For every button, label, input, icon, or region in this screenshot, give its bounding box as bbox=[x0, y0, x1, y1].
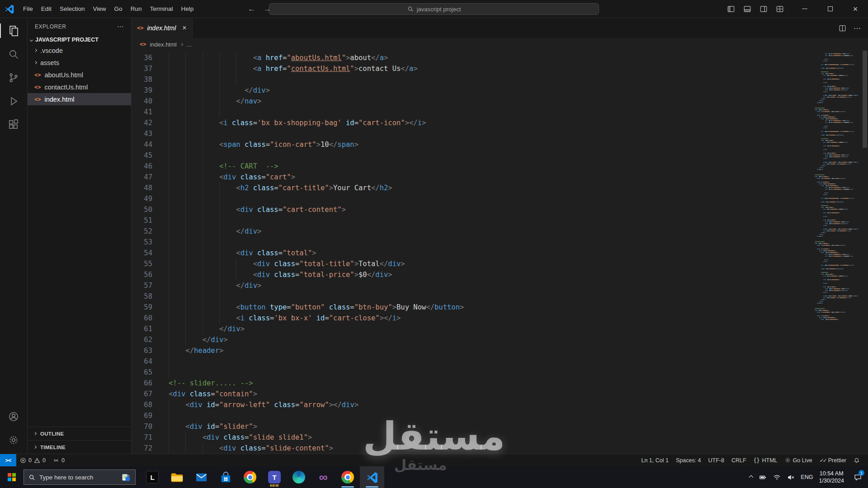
code-line[interactable]: <i class='bx bx-x' id="cart-close"></i> bbox=[169, 313, 813, 324]
more-actions-icon[interactable]: ⋯ bbox=[854, 24, 861, 33]
menu-help[interactable]: Help bbox=[177, 4, 198, 14]
app-icon-l[interactable]: L bbox=[140, 466, 165, 488]
ports-indicator[interactable]: 0 bbox=[49, 454, 68, 466]
code-line[interactable]: </header> bbox=[169, 345, 813, 356]
go-live-button[interactable]: Go Live bbox=[781, 454, 816, 466]
file-item-assets[interactable]: assets bbox=[28, 56, 131, 69]
tab-close-icon[interactable]: × bbox=[182, 24, 186, 32]
code-line[interactable]: <div class="cart"> bbox=[169, 172, 813, 183]
code-line[interactable] bbox=[169, 356, 813, 367]
action-center-button[interactable]: 1 bbox=[850, 466, 865, 488]
cursor-position[interactable]: Ln 1, Col 1 bbox=[637, 454, 672, 466]
run-debug-icon[interactable] bbox=[0, 89, 27, 113]
editor-scrollbar[interactable] bbox=[862, 51, 868, 454]
taskbar-search-box[interactable]: Type here to search bbox=[24, 469, 136, 485]
back-arrow-icon[interactable]: ← bbox=[248, 5, 255, 14]
menu-run[interactable]: Run bbox=[127, 4, 146, 14]
code-line[interactable]: </div> bbox=[169, 334, 813, 345]
problems-indicator[interactable]: 0 0 bbox=[16, 454, 49, 466]
menu-go[interactable]: Go bbox=[110, 4, 127, 14]
menu-terminal[interactable]: Terminal bbox=[146, 4, 177, 14]
outline-section[interactable]: OUTLINE bbox=[28, 427, 131, 440]
minimap[interactable] bbox=[813, 51, 862, 454]
code-line[interactable] bbox=[169, 74, 813, 85]
microsoft-store-icon[interactable] bbox=[213, 466, 238, 488]
menu-view[interactable]: View bbox=[89, 4, 110, 14]
prettier-indicator[interactable]: ✓✓ Prettier bbox=[816, 454, 850, 466]
breadcrumb-file[interactable]: index.html bbox=[150, 41, 176, 48]
menu-selection[interactable]: Selection bbox=[56, 4, 89, 14]
code-line[interactable] bbox=[169, 410, 813, 421]
file-item-.vscode[interactable]: .vscode bbox=[28, 44, 131, 56]
command-center-search[interactable]: javascript project bbox=[269, 3, 599, 15]
volume-muted-icon[interactable] bbox=[787, 474, 795, 481]
code-line[interactable]: </div> bbox=[169, 85, 813, 96]
code-line[interactable] bbox=[169, 367, 813, 378]
clock[interactable]: 10:54 AM 1/30/2024 bbox=[819, 470, 844, 485]
project-root-folder[interactable]: JAVASCRIPT PROJECT bbox=[28, 35, 131, 44]
hidden-icons-chevron[interactable] bbox=[749, 475, 754, 479]
code-line[interactable] bbox=[169, 150, 813, 161]
minimize-button[interactable] bbox=[792, 0, 817, 18]
menu-edit[interactable]: Edit bbox=[37, 4, 56, 14]
code-line[interactable]: </div> bbox=[169, 280, 813, 291]
code-line[interactable]: <a href="contactUs.html">contact Us</a> bbox=[169, 63, 813, 74]
encoding[interactable]: UTF-8 bbox=[705, 454, 728, 466]
code-line[interactable]: <a href="aboutUs.html">about</a> bbox=[169, 52, 813, 63]
menu-file[interactable]: File bbox=[19, 4, 37, 14]
code-line[interactable]: <div id="arrow-left" class="arrow"></div… bbox=[169, 399, 813, 410]
close-button[interactable]: × bbox=[843, 0, 868, 18]
code-line[interactable]: <div class="contain"> bbox=[169, 389, 813, 399]
scrollbar-thumb[interactable] bbox=[863, 51, 867, 148]
timeline-section[interactable]: TIMELINE bbox=[28, 440, 131, 454]
code-line[interactable]: <button type="button" class="btn-buy">Bu… bbox=[169, 302, 813, 313]
code-line[interactable]: <h2 class="cart-title">Your Cart</h2> bbox=[169, 183, 813, 193]
account-icon[interactable] bbox=[0, 405, 27, 428]
code-line[interactable]: </nav> bbox=[169, 96, 813, 107]
tab-index-html[interactable]: <> index.html × bbox=[132, 18, 193, 38]
code-line[interactable]: <div id="slider"> bbox=[169, 421, 813, 432]
code-line[interactable]: <div class="slide slide1"> bbox=[169, 432, 813, 443]
customize-layout-icon[interactable] bbox=[773, 3, 787, 15]
code-line[interactable]: <i class='bx bx-shopping-bag' id="cart-i… bbox=[169, 117, 813, 128]
maximize-button[interactable] bbox=[817, 0, 843, 18]
visual-studio-icon[interactable]: ∞ bbox=[311, 466, 335, 488]
code-line[interactable]: <span class="icon-cart">10</span> bbox=[169, 139, 813, 150]
teams-icon[interactable]: T NEW bbox=[262, 466, 287, 488]
language-mode[interactable]: {} HTML bbox=[750, 454, 781, 466]
toggle-secondary-sidebar-icon[interactable] bbox=[757, 3, 770, 15]
source-control-icon[interactable] bbox=[0, 66, 27, 89]
keyboard-language[interactable]: ENG bbox=[801, 474, 813, 480]
code-line[interactable]: <!-- CART --> bbox=[169, 161, 813, 172]
settings-gear-icon[interactable] bbox=[0, 428, 27, 452]
code-line[interactable]: <div class="total-title">Total</div> bbox=[169, 258, 813, 269]
start-button[interactable] bbox=[0, 466, 24, 488]
code-line[interactable] bbox=[169, 215, 813, 226]
code-line[interactable] bbox=[169, 107, 813, 117]
file-explorer-icon[interactable] bbox=[165, 466, 189, 488]
code-line[interactable]: <!-- slider..... --> bbox=[169, 378, 813, 389]
file-item-contactUs.html[interactable]: <>contactUs.html bbox=[28, 81, 131, 93]
notifications-button[interactable] bbox=[850, 454, 863, 466]
vscode-taskbar-icon[interactable] bbox=[360, 466, 384, 488]
explorer-activity-icon[interactable] bbox=[0, 19, 27, 42]
code-line[interactable]: <div class="cart-content"> bbox=[169, 204, 813, 215]
file-item-aboutUs.html[interactable]: <>aboutUs.html bbox=[28, 69, 131, 81]
code-line[interactable]: <div class="total"> bbox=[169, 248, 813, 258]
wifi-icon[interactable] bbox=[773, 474, 781, 481]
code-line[interactable]: <div class="slide-content"> bbox=[169, 443, 813, 454]
search-activity-icon[interactable] bbox=[0, 42, 27, 66]
code-line[interactable] bbox=[169, 128, 813, 139]
extensions-icon[interactable] bbox=[0, 113, 27, 136]
code-line[interactable] bbox=[169, 237, 813, 248]
edge-browser-icon[interactable] bbox=[287, 466, 311, 488]
code-line[interactable]: </div> bbox=[169, 324, 813, 334]
eol-sequence[interactable]: CRLF bbox=[728, 454, 750, 466]
mail-icon[interactable] bbox=[189, 466, 213, 488]
code-lines[interactable]: <a href="aboutUs.html">about</a> <a href… bbox=[164, 51, 813, 454]
remote-indicator[interactable]: >< bbox=[0, 454, 16, 466]
chrome-icon-running[interactable] bbox=[335, 466, 360, 488]
indentation[interactable]: Spaces: 4 bbox=[672, 454, 705, 466]
code-line[interactable]: </div> bbox=[169, 226, 813, 237]
views-more-actions-icon[interactable]: ⋯ bbox=[117, 23, 124, 31]
